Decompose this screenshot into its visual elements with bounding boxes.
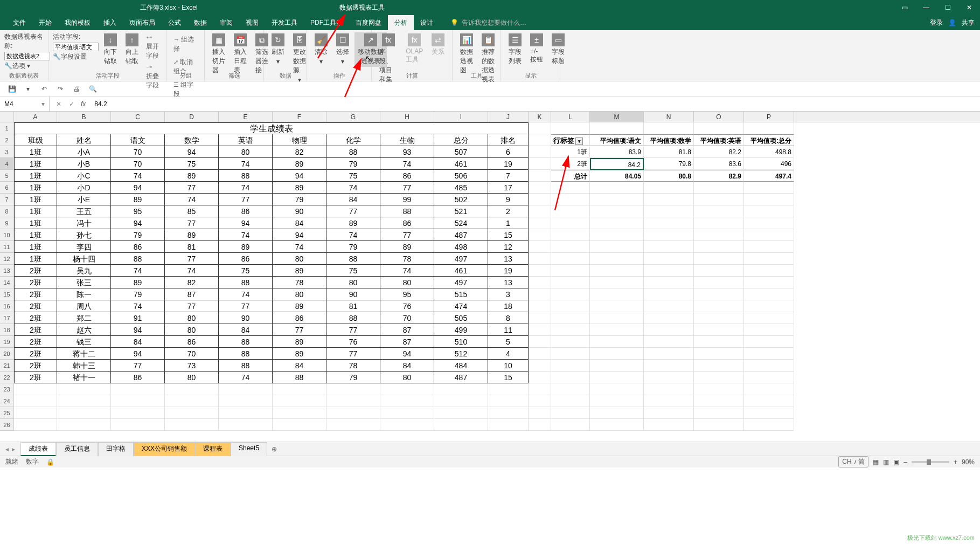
maximize-icon[interactable]: ☐: [937, 0, 958, 15]
cell[interactable]: [744, 383, 794, 395]
cell[interactable]: [644, 312, 694, 324]
cell[interactable]: 77: [165, 182, 219, 194]
menu-file[interactable]: 文件: [6, 15, 32, 30]
cell[interactable]: [590, 205, 644, 217]
column-header[interactable]: I: [434, 112, 488, 122]
cell[interactable]: 1班: [14, 217, 57, 229]
cell[interactable]: [529, 158, 551, 170]
cell[interactable]: 93: [380, 146, 434, 158]
cell[interactable]: [529, 134, 551, 146]
cell[interactable]: [529, 312, 551, 324]
cell[interactable]: [644, 205, 694, 217]
cell[interactable]: 87: [165, 288, 219, 300]
cell[interactable]: 75: [219, 265, 273, 277]
row-header[interactable]: 17: [0, 312, 14, 324]
cell[interactable]: [488, 395, 529, 407]
cell[interactable]: 2班: [14, 288, 57, 300]
cell[interactable]: [529, 360, 551, 372]
cell[interactable]: 74: [219, 229, 273, 241]
cell[interactable]: 94: [111, 348, 165, 360]
cell[interactable]: 94: [111, 182, 165, 194]
cell[interactable]: [551, 395, 590, 407]
cell[interactable]: 80.8: [644, 170, 694, 182]
cell[interactable]: 班级: [14, 134, 57, 146]
cell[interactable]: 84: [380, 360, 434, 372]
cell[interactable]: [488, 419, 529, 431]
cell[interactable]: 1班: [14, 194, 57, 205]
cell[interactable]: 94: [273, 170, 326, 182]
cell[interactable]: 99: [380, 194, 434, 205]
cell[interactable]: [551, 182, 590, 194]
cell[interactable]: [744, 122, 794, 134]
cell[interactable]: [694, 407, 744, 419]
cell[interactable]: 77: [165, 217, 219, 229]
cell[interactable]: 77: [326, 348, 380, 360]
cell[interactable]: [529, 372, 551, 383]
cell[interactable]: [744, 217, 794, 229]
cell[interactable]: 89: [380, 241, 434, 253]
cell[interactable]: [529, 217, 551, 229]
cell[interactable]: 74: [219, 372, 273, 383]
cell[interactable]: [57, 383, 111, 395]
cell[interactable]: 91: [111, 312, 165, 324]
expand-field-button[interactable]: ⁺⁼ 展开字段: [144, 35, 162, 61]
cell[interactable]: 88: [111, 253, 165, 265]
cell[interactable]: 物理: [273, 134, 326, 146]
cell[interactable]: 88: [219, 348, 273, 360]
cell[interactable]: [551, 122, 590, 134]
cell[interactable]: [529, 182, 551, 194]
cell[interactable]: [165, 407, 219, 419]
column-header[interactable]: P: [744, 112, 794, 122]
cell[interactable]: 8: [488, 312, 529, 324]
row-header[interactable]: 6: [0, 182, 14, 194]
cell[interactable]: 1班: [14, 229, 57, 241]
relations-button[interactable]: ⇄关系: [428, 32, 448, 58]
cell[interactable]: [529, 277, 551, 288]
sheet-tab[interactable]: Sheet5: [231, 442, 267, 456]
cell[interactable]: [219, 407, 273, 419]
formula-input[interactable]: 84.2: [90, 100, 980, 108]
cell[interactable]: 86: [380, 217, 434, 229]
cell[interactable]: [744, 229, 794, 241]
plus-minus-button[interactable]: ±+/- 按钮: [527, 32, 546, 65]
cell[interactable]: [590, 336, 644, 348]
qat-dropdown-icon[interactable]: ▾: [23, 84, 33, 94]
drill-down-button[interactable]: ↓向下钻取: [101, 32, 120, 67]
cell[interactable]: 510: [434, 336, 488, 348]
cell[interactable]: [644, 336, 694, 348]
cell[interactable]: 9: [488, 194, 529, 205]
cell[interactable]: 15: [488, 229, 529, 241]
cell[interactable]: [694, 182, 744, 194]
close-icon[interactable]: ✕: [958, 0, 980, 15]
cancel-formula-icon[interactable]: ✕: [56, 100, 61, 108]
cell[interactable]: [694, 217, 744, 229]
cell[interactable]: [744, 300, 794, 312]
cell[interactable]: 95: [380, 288, 434, 300]
cell[interactable]: [694, 300, 744, 312]
cell[interactable]: 94: [111, 324, 165, 336]
cell[interactable]: 化学: [326, 134, 380, 146]
cell[interactable]: 86: [111, 241, 165, 253]
cell[interactable]: 2班: [14, 277, 57, 288]
cell[interactable]: 80: [273, 253, 326, 265]
cell[interactable]: 2: [488, 205, 529, 217]
cell[interactable]: 73: [165, 360, 219, 372]
cell[interactable]: [644, 300, 694, 312]
cell[interactable]: 89: [273, 336, 326, 348]
cell[interactable]: 平均值项:数学: [644, 134, 694, 146]
cell[interactable]: 496: [744, 158, 794, 170]
options-button[interactable]: 🔧选项 ▾: [4, 61, 44, 71]
cell[interactable]: 排名: [488, 134, 529, 146]
cell[interactable]: [590, 182, 644, 194]
cell[interactable]: 6: [488, 146, 529, 158]
cell[interactable]: 张三: [57, 277, 111, 288]
cell[interactable]: 杨十四: [57, 253, 111, 265]
pivot-chart-button[interactable]: 📊数据透视图: [457, 32, 476, 76]
cell[interactable]: [744, 324, 794, 336]
cell[interactable]: 74: [326, 182, 380, 194]
column-header[interactable]: G: [326, 112, 380, 122]
cell[interactable]: 3: [488, 288, 529, 300]
menu-home[interactable]: 开始: [32, 15, 58, 30]
cell[interactable]: 2班: [551, 158, 590, 170]
cell[interactable]: 82.2: [694, 146, 744, 158]
